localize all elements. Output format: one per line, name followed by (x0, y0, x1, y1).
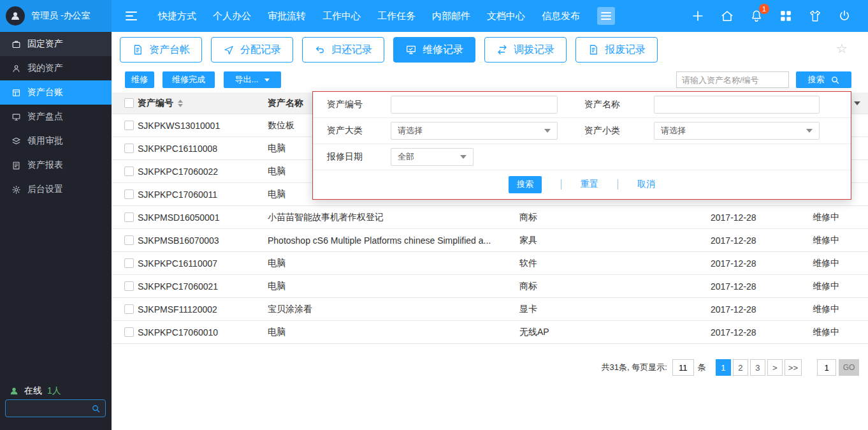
tab-transfer-records[interactable]: 调拨记录 (484, 37, 567, 63)
row-checkbox[interactable] (124, 235, 134, 245)
ledger-icon (11, 88, 21, 98)
panel-cancel-button[interactable]: 取消 (637, 179, 655, 190)
page-go-button[interactable]: GO (839, 359, 859, 376)
tab-allocation-records[interactable]: 分配记录 (211, 37, 293, 63)
repair-button[interactable]: 维修 (125, 71, 154, 88)
cell-asset-code: SJKPKPC17060022 (138, 167, 268, 177)
tab-return-records[interactable]: 归还记录 (302, 37, 384, 63)
online-label: 在线 (24, 385, 42, 397)
tab-label: 资产台帐 (149, 43, 190, 57)
page-jump-input[interactable] (817, 359, 836, 376)
nav-item-work-tasks[interactable]: 工作任务 (369, 0, 424, 32)
sidebar-collapse-icon[interactable] (126, 11, 140, 20)
column-settings-caret-icon[interactable] (854, 101, 860, 105)
panel-search-button[interactable]: 搜索 (509, 176, 542, 193)
apps-grid-icon[interactable] (779, 9, 793, 23)
export-button[interactable]: 导出... (224, 71, 281, 88)
power-icon[interactable] (837, 9, 851, 23)
cell-category: 软件 (519, 258, 711, 269)
row-checkbox[interactable] (124, 144, 134, 153)
page-size-input[interactable] (672, 359, 694, 376)
cell-date: 2017-12-28 (711, 235, 813, 246)
tab-label: 维修记录 (423, 43, 463, 57)
table-row[interactable]: SJKPMSB16070003 Photoshop cS6 Multiple P… (112, 229, 868, 252)
panel-asset-code-input[interactable] (391, 96, 558, 114)
last-page-button[interactable]: >> (785, 359, 802, 376)
table-row[interactable]: SJKPKPC16110007 电脑 软件 2017-12-28 维修中 (112, 252, 868, 275)
select-all-checkbox[interactable] (124, 98, 134, 108)
panel-name-label: 资产名称 (558, 99, 654, 110)
row-checkbox[interactable] (124, 304, 134, 314)
document-icon (588, 44, 599, 56)
table-row[interactable]: SJKPKPC17060010 电脑 无线AP 2017-12-28 维修中 (112, 321, 868, 344)
tab-repair-records[interactable]: 维修记录 (393, 37, 475, 63)
cell-asset-name: 宝贝涂涂看 (268, 304, 519, 315)
nav-item-personal-office[interactable]: 个人办公 (205, 0, 259, 32)
page-button-2[interactable]: 2 (733, 359, 748, 376)
row-checkbox[interactable] (124, 212, 134, 222)
tab-scrap-records[interactable]: 报废记录 (575, 37, 658, 63)
sidebar-item-my-assets[interactable]: 我的资产 (0, 56, 112, 80)
sidebar-item-fixed-assets[interactable]: 固定资产 (0, 32, 112, 56)
cell-category: 家具 (519, 235, 711, 246)
cell-date: 2017-12-28 (711, 212, 813, 223)
sidebar-item-asset-inventory[interactable]: 资产盘点 (0, 105, 112, 129)
table-row[interactable]: SJKPMSD16050001 小苗苗智能故事机著作权登记 商标 2017-12… (112, 206, 868, 229)
export-label: 导出... (235, 74, 259, 85)
row-checkbox[interactable] (124, 167, 134, 176)
row-checkbox[interactable] (124, 327, 134, 337)
person-icon (11, 64, 21, 73)
repair-done-button[interactable]: 维修完成 (163, 71, 215, 88)
search-button[interactable]: 搜索 (796, 71, 851, 88)
monitor-icon (11, 112, 21, 122)
row-checkbox[interactable] (124, 121, 134, 130)
cell-asset-code: SJKPMSB16070003 (138, 235, 268, 246)
table-row[interactable]: SJKPMSF11120002 宝贝涂涂看 显卡 2017-12-28 维修中 (112, 298, 868, 321)
return-arrow-icon (314, 44, 326, 56)
nav-item-approval-flow[interactable]: 审批流转 (259, 0, 314, 32)
next-page-button[interactable]: > (767, 359, 783, 376)
home-icon[interactable] (720, 9, 734, 23)
minor-category-select[interactable]: 请选择 (654, 122, 820, 140)
sort-icon[interactable] (178, 100, 183, 107)
sidebar-item-asset-ledger[interactable]: 资产台账 (0, 80, 112, 105)
nav-item-document-center[interactable]: 文档中心 (479, 0, 533, 32)
user-area[interactable]: 管理员 -办公室 (0, 0, 112, 32)
tab-asset-ledger[interactable]: 资产台帐 (120, 37, 202, 63)
panel-reset-button[interactable]: 重置 (581, 179, 598, 190)
sidebar-item-label: 后台设置 (27, 184, 63, 195)
notifications-bell-icon[interactable]: 1 (749, 9, 763, 23)
page-button-3[interactable]: 3 (750, 359, 765, 376)
theme-shirt-icon[interactable] (808, 9, 822, 23)
tab-label: 归还记录 (331, 43, 372, 57)
panel-asset-name-input[interactable] (654, 96, 820, 114)
nav-item-shortcuts[interactable]: 快捷方式 (150, 0, 205, 32)
major-category-select[interactable]: 请选择 (391, 122, 558, 140)
add-icon[interactable] (691, 9, 705, 23)
favorite-star-icon[interactable]: ☆ (836, 42, 848, 55)
cell-asset-name: 小苗苗智能故事机著作权登记 (268, 212, 519, 223)
search-icon (91, 404, 101, 413)
chevron-down-icon (806, 129, 813, 133)
sidebar-item-requisition-approval[interactable]: 领用审批 (0, 129, 112, 153)
menu-toggle-icon[interactable] (597, 7, 615, 25)
sidebar-search-input[interactable] (6, 404, 91, 413)
table-row[interactable]: SJKPKPC17060021 电脑 商标 2017-12-28 维修中 (112, 275, 868, 298)
nav-item-internal-mail[interactable]: 内部邮件 (424, 0, 479, 32)
sidebar-item-asset-reports[interactable]: 资产报表 (0, 153, 112, 177)
cell-status: 维修中 (813, 235, 868, 246)
cell-category: 商标 (519, 281, 711, 292)
header-asset-code: 资产编号 (138, 98, 173, 109)
user-icon (10, 10, 21, 22)
nav-item-info-publish[interactable]: 信息发布 (533, 0, 588, 32)
nav-item-work-center[interactable]: 工作中心 (314, 0, 369, 32)
page-button-1[interactable]: 1 (716, 359, 731, 376)
user-name: 管理员 -办公室 (31, 10, 90, 22)
cell-asset-code: SJKPKPC17060010 (138, 327, 268, 337)
row-checkbox[interactable] (124, 258, 134, 268)
row-checkbox[interactable] (124, 189, 134, 199)
asset-search-input[interactable] (676, 71, 789, 88)
row-checkbox[interactable] (124, 281, 134, 291)
sidebar-item-backend-settings[interactable]: 后台设置 (0, 177, 112, 202)
repair-date-select[interactable]: 全部 (391, 148, 474, 166)
